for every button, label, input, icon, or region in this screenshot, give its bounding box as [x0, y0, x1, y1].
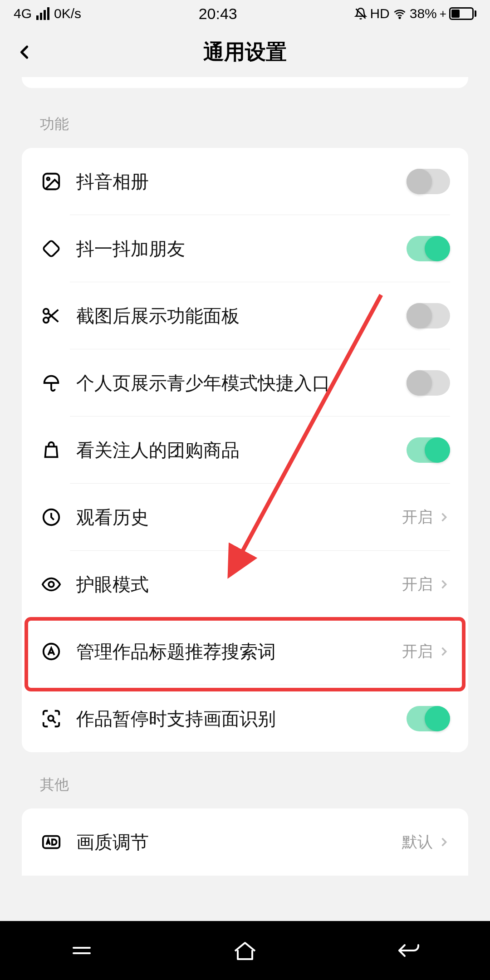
chevron-right-icon [437, 836, 450, 848]
svg-line-13 [53, 720, 56, 723]
nav-home-button[interactable] [227, 937, 263, 964]
umbrella-icon [40, 372, 63, 394]
a-circle-icon [40, 640, 63, 663]
nav-back-button[interactable] [390, 937, 426, 964]
page-title: 通用设置 [203, 38, 287, 66]
chevron-right-icon [437, 511, 450, 524]
row-label: 抖音相册 [76, 169, 407, 194]
row-group-buy[interactable]: 看关注人的团购商品 [22, 416, 468, 484]
row-label: 观看历史 [76, 505, 402, 530]
toggle-screenshot[interactable] [407, 303, 450, 328]
charging-icon: + [440, 7, 446, 21]
network-speed: 0K/s [54, 6, 81, 21]
status-time: 20:43 [199, 5, 237, 23]
toggle-album[interactable] [407, 169, 450, 194]
row-label: 抖一抖加朋友 [76, 236, 407, 261]
nav-recent-button[interactable] [64, 937, 100, 964]
row-pause-recognize[interactable]: 作品暂停时支持画面识别 [22, 685, 468, 752]
image-icon [40, 170, 63, 193]
svg-point-6 [44, 318, 49, 323]
row-youth-mode[interactable]: 个人页展示青少年模式快捷入口 [22, 349, 468, 416]
row-douyin-album[interactable]: 抖音相册 [22, 148, 468, 215]
row-label: 截图后展示功能面板 [76, 304, 407, 328]
battery-pct: 38% [410, 6, 437, 21]
row-screenshot-panel[interactable]: 截图后展示功能面板 [22, 282, 468, 349]
android-nav-bar [0, 921, 490, 980]
svg-point-12 [48, 715, 54, 721]
battery-icon [449, 7, 476, 20]
network-type: 4G [14, 6, 32, 21]
clock-icon [40, 506, 63, 529]
row-label: 作品暂停时支持画面识别 [76, 706, 407, 731]
svg-point-1 [399, 17, 400, 19]
row-shake-friends[interactable]: 抖一抖加朋友 [22, 215, 468, 282]
bag-icon [40, 439, 63, 461]
status-bar: 4G 0K/s 20:43 HD 38% + [0, 0, 490, 27]
toggle-youth[interactable] [407, 370, 450, 396]
row-watch-history[interactable]: 观看历史 开启 [22, 484, 468, 551]
svg-rect-4 [43, 240, 60, 257]
row-value: 开启 [402, 574, 433, 595]
row-label: 看关注人的团购商品 [76, 438, 407, 463]
section-title-other: 其他 [0, 752, 490, 808]
row-value: 开启 [402, 507, 433, 528]
header: 通用设置 [0, 27, 490, 77]
row-label: 护眼模式 [76, 572, 402, 597]
row-eye-mode[interactable]: 护眼模式 开启 [22, 551, 468, 618]
row-value: 默认 [402, 832, 433, 853]
back-button[interactable] [14, 41, 36, 64]
row-manage-title-keywords[interactable]: 管理作品标题推荐搜索词 开启 [22, 618, 468, 685]
ad-icon [40, 831, 63, 853]
row-label: 管理作品标题推荐搜索词 [76, 639, 402, 664]
svg-point-10 [49, 582, 54, 587]
section-title-features: 功能 [0, 92, 490, 148]
toggle-group-buy[interactable] [407, 437, 450, 463]
eye-icon [40, 573, 63, 596]
row-quality[interactable]: 画质调节 默认 [22, 808, 468, 876]
svg-point-3 [47, 177, 49, 180]
features-card: 抖音相册 抖一抖加朋友 截图后展示功能面板 个人页展示青少年模式快捷入口 看关注… [22, 148, 468, 752]
row-value: 开启 [402, 641, 433, 662]
other-card: 画质调节 默认 [22, 808, 468, 876]
mute-icon [354, 7, 367, 20]
previous-card-bottom [22, 77, 468, 88]
toggle-pause-recognize[interactable] [407, 706, 450, 731]
row-label: 个人页展示青少年模式快捷入口 [76, 371, 407, 396]
hd-label: HD [370, 6, 389, 21]
chevron-right-icon [437, 645, 450, 658]
svg-point-5 [44, 309, 49, 314]
rotate-icon [40, 237, 63, 260]
wifi-icon [392, 7, 407, 20]
chevron-right-icon [437, 578, 450, 591]
scan-search-icon [40, 707, 63, 730]
row-label: 画质调节 [76, 830, 402, 855]
signal-icon [36, 7, 49, 20]
toggle-shake[interactable] [407, 236, 450, 261]
scissors-icon [40, 304, 63, 327]
